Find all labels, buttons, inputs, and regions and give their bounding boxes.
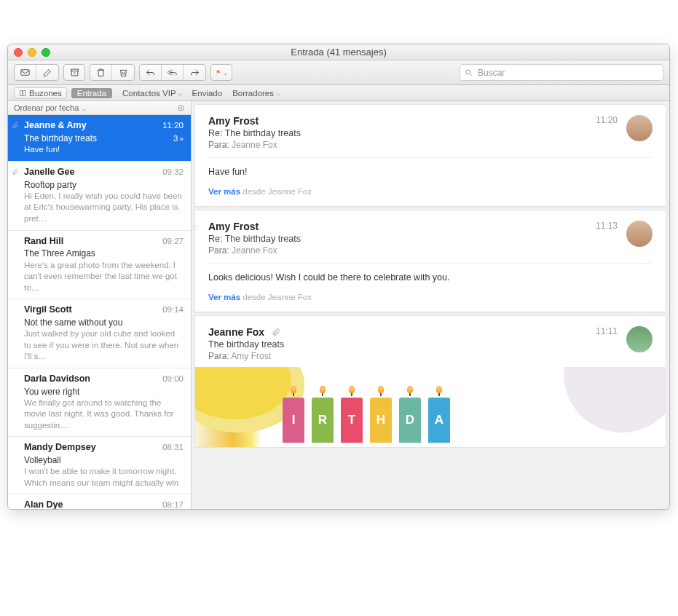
chevron-down-icon: ⌵ bbox=[178, 90, 182, 97]
avatar bbox=[626, 221, 653, 247]
conversation-from: Amy Frost bbox=[208, 115, 587, 127]
junk-button[interactable] bbox=[112, 65, 134, 80]
conversation-to: Para: Jeanne Fox bbox=[208, 245, 587, 256]
message-subject: The Three Amigas bbox=[24, 248, 184, 259]
forward-button[interactable] bbox=[184, 65, 205, 80]
chevron-down-icon: ⌵ bbox=[276, 90, 280, 97]
svg-rect-3 bbox=[20, 90, 22, 95]
message-sender: Virgil Scott bbox=[24, 304, 72, 316]
svg-rect-0 bbox=[21, 70, 29, 76]
fav-contactos-vip[interactable]: Contactos VIP ⌵ bbox=[122, 89, 182, 98]
thread-count: 3 » bbox=[173, 133, 184, 145]
search-icon bbox=[465, 68, 473, 77]
message-preview: Just walked by your old cube and looked … bbox=[24, 328, 184, 363]
message-list-item[interactable]: Mandy Dempsey08:31VolleyballI won't be a… bbox=[8, 437, 191, 494]
message-list[interactable]: Jeanne & Amy11:20The birthday treats3 »H… bbox=[8, 115, 191, 509]
conversation-to: Para: Amy Frost bbox=[208, 351, 587, 361]
conversation-body: Looks delicious! Wish I could be there t… bbox=[208, 272, 653, 283]
message-list-item[interactable]: Jeanne & Amy11:20The birthday treats3 »H… bbox=[8, 115, 191, 162]
fav-entrada[interactable]: Entrada bbox=[71, 88, 112, 98]
message-time: 08:17 bbox=[162, 499, 184, 509]
message-sender: Alan Dye bbox=[24, 499, 63, 509]
message-sender: Rand Hill bbox=[24, 235, 63, 248]
message-sender: Janelle Gee bbox=[24, 166, 75, 178]
message-preview: We finally got around to watching the mo… bbox=[24, 398, 184, 432]
attachment-icon bbox=[12, 167, 19, 174]
candle-letter: H bbox=[370, 398, 392, 443]
body-split: Ordenar por fecha ⌵ Jeanne & Amy11:20The… bbox=[8, 101, 669, 509]
message-list-item[interactable]: Darla Davidson09:00You were rightWe fina… bbox=[8, 368, 191, 438]
svg-rect-4 bbox=[23, 90, 25, 95]
message-list-item[interactable]: Rand Hill09:27The Three AmigasHere's a g… bbox=[8, 231, 191, 300]
get-mail-button[interactable] bbox=[15, 65, 36, 80]
window-title: Entrada (41 mensajes) bbox=[8, 47, 669, 58]
message-subject: The birthday treats bbox=[24, 133, 97, 144]
message-preview: Have fun! bbox=[24, 144, 184, 156]
avatar bbox=[626, 115, 653, 141]
conversation-subject: Re: The birthday treats bbox=[208, 234, 587, 244]
candle-letter: A bbox=[428, 398, 450, 443]
titlebar: Entrada (41 mensajes) bbox=[8, 44, 669, 60]
mailboxes-button[interactable]: Buzones bbox=[14, 87, 67, 99]
conversation-subject: Re: The birthday treats bbox=[208, 128, 587, 138]
message-subject: Volleyball bbox=[24, 454, 184, 466]
toolbar: ⌵ Buscar bbox=[8, 60, 669, 85]
chevron-down-icon: ⌵ bbox=[82, 105, 86, 112]
message-sender: Mandy Dempsey bbox=[24, 441, 96, 454]
conversation-message[interactable]: ☆Amy FrostRe: The birthday treatsPara: J… bbox=[194, 210, 666, 312]
attachment-image: IRTHDA bbox=[195, 367, 666, 447]
message-list-pane: Ordenar por fecha ⌵ Jeanne & Amy11:20The… bbox=[8, 101, 192, 509]
message-preview: Here's a great photo from the weekend. I… bbox=[24, 260, 184, 294]
message-time: 08:31 bbox=[162, 442, 184, 454]
reply-all-button[interactable] bbox=[162, 65, 184, 80]
conversation-time: 11:13 bbox=[596, 221, 618, 231]
search-input[interactable]: Buscar bbox=[460, 64, 663, 81]
message-list-item[interactable]: Virgil Scott09:14Not the same without yo… bbox=[8, 299, 191, 368]
fav-borradores[interactable]: Borradores ⌵ bbox=[232, 89, 280, 98]
reply-group bbox=[139, 64, 206, 81]
message-time: 09:27 bbox=[162, 236, 184, 248]
message-list-item[interactable]: Alan Dye08:17Vacation photosIt looks lik… bbox=[8, 494, 191, 509]
candle-letter: D bbox=[399, 398, 421, 443]
svg-rect-1 bbox=[71, 69, 78, 71]
archive-button[interactable] bbox=[63, 64, 85, 81]
message-time: 09:14 bbox=[162, 304, 184, 316]
message-list-item[interactable]: Janelle Gee09:32Rooftop partyHi Eden, I … bbox=[8, 162, 191, 231]
conversation-body: Have fun! bbox=[208, 167, 653, 177]
conversation-message[interactable]: Amy FrostRe: The birthday treatsPara: Je… bbox=[194, 104, 666, 207]
compose-button[interactable] bbox=[36, 65, 58, 80]
avatar bbox=[626, 326, 653, 352]
conversation-message[interactable]: Jeanne FoxThe birthday treatsPara: Amy F… bbox=[194, 315, 666, 448]
delete-group bbox=[90, 64, 135, 81]
conversation-to: Para: Jeanne Fox bbox=[208, 140, 587, 150]
see-more-link[interactable]: Ver más desde Jeanne Fox bbox=[208, 293, 653, 301]
conversation-from: Jeanne Fox bbox=[208, 326, 587, 338]
message-subject: Rooftop party bbox=[24, 179, 184, 191]
reply-button[interactable] bbox=[140, 65, 162, 80]
message-time: 11:20 bbox=[162, 120, 184, 132]
candle-letter: R bbox=[312, 398, 334, 443]
message-time: 09:32 bbox=[162, 167, 184, 178]
see-more-link[interactable]: Ver más desde Jeanne Fox bbox=[208, 187, 653, 196]
conversation-subject: The birthday treats bbox=[208, 339, 587, 350]
favorites-bar: Buzones Entrada Contactos VIP ⌵ Enviado … bbox=[8, 85, 669, 101]
flag-button[interactable]: ⌵ bbox=[210, 64, 232, 81]
candle-letter: I bbox=[283, 398, 304, 443]
candle-letter: T bbox=[341, 398, 363, 443]
message-subject: You were right bbox=[24, 386, 184, 398]
message-preview: I won't be able to make it tomorrow nigh… bbox=[24, 466, 184, 489]
filter-icon[interactable] bbox=[177, 104, 185, 112]
fav-enviado[interactable]: Enviado bbox=[192, 89, 223, 98]
star-icon[interactable]: ☆ bbox=[192, 221, 200, 234]
conversation-from: Amy Frost bbox=[208, 221, 587, 232]
inbox-compose-group bbox=[14, 64, 59, 81]
sort-bar[interactable]: Ordenar por fecha ⌵ bbox=[8, 101, 191, 115]
delete-button[interactable] bbox=[90, 65, 112, 80]
attachment-icon bbox=[272, 326, 280, 338]
conversation-time: 11:11 bbox=[596, 326, 618, 336]
conversation-pane[interactable]: Amy FrostRe: The birthday treatsPara: Je… bbox=[192, 101, 669, 509]
svg-point-2 bbox=[466, 70, 470, 74]
attachment-icon bbox=[12, 120, 19, 127]
message-subject: Not the same without you bbox=[24, 317, 184, 328]
message-time: 09:00 bbox=[162, 374, 184, 385]
